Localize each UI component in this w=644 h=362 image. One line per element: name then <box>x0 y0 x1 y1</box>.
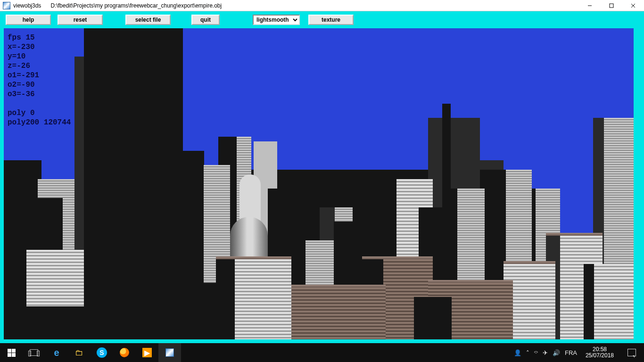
app-icon <box>165 348 174 357</box>
close-button[interactable] <box>622 0 644 11</box>
people-icon[interactable]: 👤 <box>514 349 521 356</box>
airplane-mode-icon[interactable]: ✈ <box>543 349 548 356</box>
taskbar-app-skype[interactable]: S <box>91 343 113 362</box>
app-body: help reset select file quit lightsmooth … <box>0 11 644 343</box>
taskbar: e 🗀 S ▶ 👤 ˄ ⌔ ✈ 🔊 FRA 20:58 25/07/2018 <box>0 343 644 362</box>
app-name: viewobj3ds <box>13 2 41 9</box>
stats-line: poly 0 <box>8 109 35 117</box>
language-indicator[interactable]: FRA <box>565 349 577 356</box>
tray-chevron-up-icon[interactable]: ˄ <box>526 349 529 356</box>
task-view-button[interactable] <box>23 343 45 362</box>
task-view-icon <box>30 349 38 356</box>
start-button[interactable] <box>0 343 23 362</box>
windows-logo-icon <box>8 349 16 357</box>
stats-line: x=-230 <box>8 43 35 51</box>
maximize-button[interactable] <box>601 0 622 11</box>
taskbar-app-explorer[interactable]: 🗀 <box>68 343 91 362</box>
app-icon <box>3 2 10 9</box>
minimize-button[interactable] <box>579 0 601 11</box>
toolbar: help reset select file quit lightsmooth … <box>4 14 640 25</box>
folder-icon: 🗀 <box>75 348 83 358</box>
stats-line: o3=-36 <box>8 90 35 99</box>
viewport-3d[interactable]: fps 15 x=-230 y=10 z=-26 o1=-291 o2=-90 … <box>4 28 634 339</box>
stats-overlay: fps 15 x=-230 y=10 z=-26 o1=-291 o2=-90 … <box>8 33 71 127</box>
file-path: D:\fbedit\Projects\my programs\freewebca… <box>50 2 222 9</box>
system-tray: 👤 ˄ ⌔ ✈ 🔊 FRA 20:58 25/07/2018 <box>514 343 644 362</box>
stats-line: o2=-90 <box>8 81 35 89</box>
reset-button[interactable]: reset <box>58 15 103 25</box>
select-file-button[interactable]: select file <box>125 15 171 25</box>
clock-date: 25/07/2018 <box>586 353 614 359</box>
texture-button[interactable]: texture <box>308 15 354 25</box>
taskbar-app-viewobj3ds[interactable] <box>158 343 181 362</box>
stats-line: fps 15 <box>8 33 35 42</box>
help-button[interactable]: help <box>6 15 51 25</box>
stats-line: y=10 <box>8 52 25 61</box>
render-mode-select[interactable]: lightsmooth <box>253 15 300 25</box>
stats-line: o1=-291 <box>8 71 39 80</box>
notification-icon <box>627 349 636 356</box>
action-center-button[interactable] <box>622 343 641 362</box>
media-player-icon: ▶ <box>142 348 152 357</box>
title-bar: viewobj3ds D:\fbedit\Projects\my program… <box>0 0 644 11</box>
stats-line: z=-26 <box>8 62 30 70</box>
bluetooth-icon[interactable]: ⌔ <box>534 349 538 356</box>
firefox-icon <box>120 348 129 357</box>
stats-line: poly200 120744 <box>8 118 71 127</box>
edge-icon: e <box>54 347 59 358</box>
taskbar-app-media[interactable]: ▶ <box>136 343 158 362</box>
volume-icon[interactable]: 🔊 <box>553 349 560 356</box>
taskbar-app-firefox[interactable] <box>113 343 136 362</box>
skype-icon: S <box>97 347 107 358</box>
clock[interactable]: 20:58 25/07/2018 <box>582 346 618 359</box>
window-controls <box>579 0 644 11</box>
taskbar-app-edge[interactable]: e <box>45 343 68 362</box>
quit-button[interactable]: quit <box>191 15 220 25</box>
svg-rect-1 <box>610 4 613 8</box>
